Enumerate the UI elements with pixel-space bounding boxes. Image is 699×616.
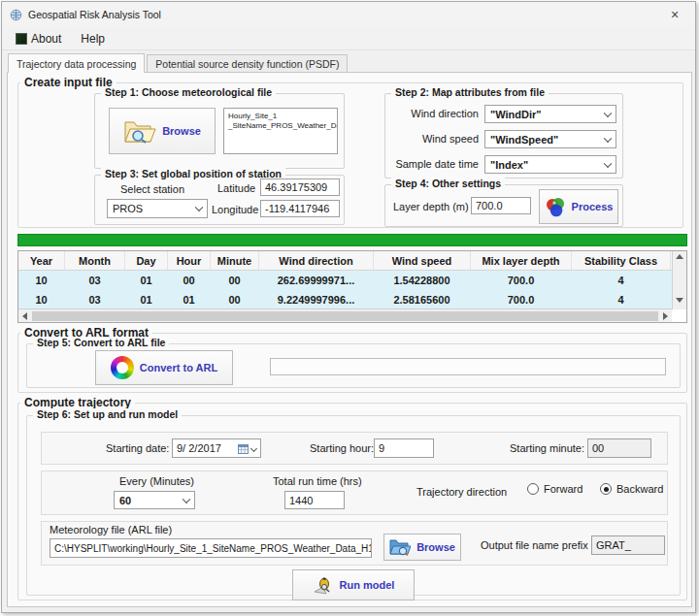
run-model-button[interactable]: Run model bbox=[292, 569, 415, 600]
sample-datetime-label: Sample date time bbox=[395, 158, 479, 170]
run-model-icon bbox=[313, 574, 334, 596]
col-year: Year bbox=[18, 251, 65, 270]
met-file-label: Meteorology file (ARL file) bbox=[50, 524, 172, 535]
table-row[interactable]: 10 03 01 00 00 262.69999971... 1.5422880… bbox=[18, 271, 686, 290]
menu-help-label: Help bbox=[81, 32, 105, 46]
forward-label: Forward bbox=[544, 483, 582, 495]
col-month: Month bbox=[65, 251, 125, 270]
menu-about[interactable]: About bbox=[8, 29, 69, 49]
met-csv-line1: Hourly_Site_1 bbox=[228, 112, 333, 121]
chevron-down-icon bbox=[183, 495, 190, 503]
step4-title: Step 4: Other settings bbox=[391, 178, 505, 189]
window-title: Geospatial Risk Analysis Tool bbox=[28, 9, 161, 20]
browse-arl-file-button[interactable]: Browse bbox=[383, 534, 461, 561]
col-minute: Minute bbox=[211, 251, 259, 270]
total-run-time-value: 1440 bbox=[289, 495, 313, 506]
run-settings-frame: Every (Minutes) 60 Total run time (hrs) … bbox=[41, 470, 668, 515]
chevron-down-icon bbox=[195, 204, 203, 211]
tab-page-trajectory: Create input file Step 1: Choose meteoro… bbox=[7, 72, 692, 607]
step6-title: Step 6: Set up and run model bbox=[33, 408, 182, 420]
tab-psdf[interactable]: Potential source density function (PSDF) bbox=[147, 54, 348, 73]
starting-date-value: 9/ 2/2017 bbox=[177, 442, 221, 454]
scrollbar-thumb[interactable] bbox=[32, 311, 658, 321]
select-station-label: Select station bbox=[120, 183, 184, 195]
met-file-path-field[interactable]: C:\HYSPLIT\working\Hourly_Site_1_SiteNam… bbox=[50, 538, 372, 558]
step3-group: Step 3: Set global position of station S… bbox=[94, 175, 345, 225]
weather-data-table[interactable]: Year Month Day Hour Minute Wind directio… bbox=[17, 250, 687, 323]
convert-to-arl-button[interactable]: Convert to ARL bbox=[95, 350, 233, 385]
compute-trajectory-group: Compute trajectory Step 6: Set up and ru… bbox=[17, 403, 687, 600]
table-vertical-scrollbar[interactable] bbox=[672, 251, 686, 309]
longitude-label: Longitude bbox=[212, 204, 258, 215]
process-button[interactable]: Process bbox=[539, 189, 618, 224]
blue-folder-search-icon bbox=[389, 538, 411, 556]
chevron-down-icon bbox=[604, 109, 612, 116]
met-file-path-value: C:\HYSPLIT\working\Hourly_Site_1_SiteNam… bbox=[54, 543, 372, 554]
backward-radio[interactable]: Backward bbox=[600, 483, 663, 495]
step5-title: Step 5: Convert to ARL file bbox=[33, 337, 169, 348]
close-button[interactable]: × bbox=[654, 2, 695, 27]
station-select[interactable]: PROS bbox=[107, 199, 208, 218]
wind-direction-value: "WindDir" bbox=[490, 109, 542, 120]
step6-group: Step 6: Set up and run model Starting da… bbox=[26, 415, 681, 596]
browse-met-file-button[interactable]: Browse bbox=[109, 108, 216, 154]
calendar-icon[interactable] bbox=[238, 443, 249, 454]
wind-direction-select[interactable]: "WindDir" bbox=[484, 105, 616, 123]
layer-depth-value: 700.0 bbox=[476, 200, 503, 211]
trajectory-direction-label: Trajectory direction bbox=[416, 486, 507, 498]
col-day: Day bbox=[125, 251, 168, 270]
met-csv-filename-field: Hourly_Site_1 _SiteName_PROS_Weather_Dat… bbox=[223, 108, 338, 154]
menu-bar: About Help bbox=[2, 27, 695, 50]
every-minutes-value: 60 bbox=[119, 495, 131, 506]
starting-hour-field[interactable]: 9 bbox=[374, 438, 434, 458]
backward-label: Backward bbox=[616, 483, 663, 495]
step1-title: Step 1: Choose meteorological file bbox=[101, 86, 276, 98]
met-csv-line2: _SiteName_PROS_Weather_Data.csv bbox=[228, 121, 333, 131]
latitude-field[interactable]: 46.39175309 bbox=[260, 178, 340, 196]
radio-selected-icon bbox=[600, 483, 612, 495]
starting-hour-label: Starting hour: bbox=[310, 442, 374, 454]
layer-depth-field[interactable]: 700.0 bbox=[471, 197, 531, 214]
step4-group: Step 4: Other settings Layer depth (m) 7… bbox=[384, 184, 623, 227]
starting-minute-field[interactable]: 00 bbox=[587, 438, 651, 458]
table-horizontal-scrollbar[interactable] bbox=[18, 308, 672, 322]
menu-help[interactable]: Help bbox=[73, 29, 113, 49]
sample-datetime-value: "Index" bbox=[490, 159, 528, 171]
starting-hour-value: 9 bbox=[379, 442, 384, 454]
tab-trajectory-data-processing[interactable]: Trajectory data processing bbox=[8, 53, 145, 73]
radio-unselected-icon bbox=[527, 483, 539, 495]
start-datetime-frame: Starting date: 9/ 2/2017 bbox=[41, 432, 668, 465]
scroll-down-icon[interactable] bbox=[676, 298, 683, 303]
longitude-value: -119.4117946 bbox=[265, 203, 329, 214]
sample-datetime-select[interactable]: "Index" bbox=[484, 155, 616, 174]
color-wheel-icon bbox=[111, 356, 134, 379]
longitude-field[interactable]: -119.4117946 bbox=[260, 200, 340, 217]
starting-minute-value: 00 bbox=[592, 442, 604, 454]
total-run-time-field[interactable]: 1440 bbox=[284, 491, 345, 509]
scroll-up-icon[interactable] bbox=[676, 254, 683, 259]
browse-arl-label: Browse bbox=[416, 541, 455, 553]
table-row[interactable]: 10 03 01 01 00 9.2249997996... 2.5816560… bbox=[18, 290, 686, 309]
wind-speed-label: Wind speed bbox=[407, 133, 479, 145]
output-prefix-field[interactable]: GRAT_ bbox=[591, 535, 665, 555]
forward-radio[interactable]: Forward bbox=[527, 483, 582, 495]
col-mix-layer-depth: Mix layer depth bbox=[471, 251, 572, 270]
compute-title: Compute trajectory bbox=[20, 396, 135, 409]
every-minutes-label: Every (Minutes) bbox=[119, 475, 194, 487]
about-icon bbox=[16, 33, 27, 45]
browse-met-file-label: Browse bbox=[162, 125, 201, 137]
starting-date-picker[interactable]: 9/ 2/2017 bbox=[172, 438, 261, 458]
create-input-group: Create input file Step 1: Choose meteoro… bbox=[17, 82, 683, 228]
convert-arl-group: Convert to ARL format Step 5: Convert to… bbox=[17, 333, 687, 393]
chevron-down-icon[interactable] bbox=[250, 444, 257, 451]
wind-speed-select[interactable]: "WindSpeed" bbox=[484, 130, 616, 148]
col-hour: Hour bbox=[168, 251, 211, 270]
every-minutes-select[interactable]: 60 bbox=[114, 491, 195, 509]
process-progress-bar bbox=[17, 234, 687, 246]
wind-speed-value: "WindSpeed" bbox=[490, 134, 558, 146]
run-model-label: Run model bbox=[340, 579, 395, 591]
step5-group: Step 5: Convert to ARL file Convert to A… bbox=[26, 343, 681, 388]
col-wind-direction: Wind direction bbox=[259, 251, 374, 270]
scroll-right-icon[interactable] bbox=[663, 312, 668, 320]
scroll-left-icon[interactable] bbox=[22, 312, 27, 320]
